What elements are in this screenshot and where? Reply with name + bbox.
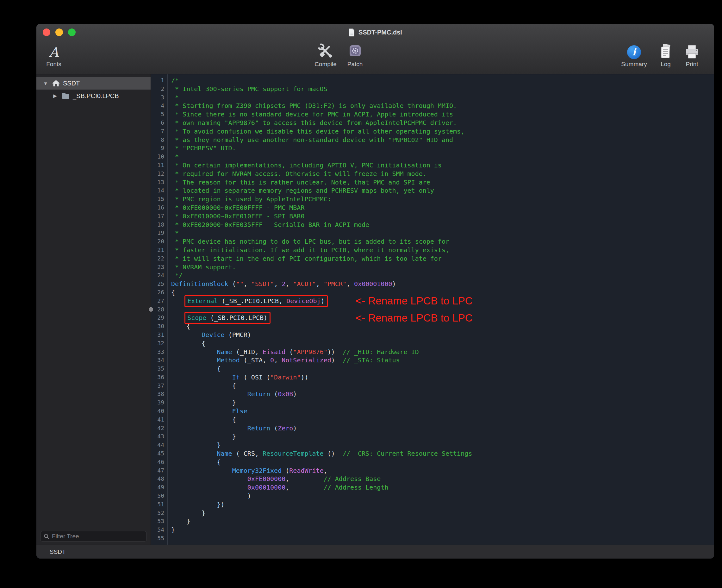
- line-number: 51: [151, 500, 167, 509]
- close-button[interactable]: [43, 28, 50, 36]
- patch-button[interactable]: Patch: [338, 42, 373, 68]
- code-line[interactable]: 36 If (_OSI ("Darwin")): [151, 373, 714, 382]
- code-line[interactable]: 27 External (_SB_.PCI0.LPCB, DeviceObj)<…: [151, 297, 714, 306]
- code-line-content: * 0xFE020000~0xFE035FFF - SerialIo BAR i…: [167, 220, 714, 229]
- code-line[interactable]: 43 }: [151, 432, 714, 441]
- line-number: 44: [151, 441, 167, 449]
- code-line[interactable]: 24 */: [151, 271, 714, 280]
- code-line[interactable]: 20 * PMC device has nothing to do to LPC…: [151, 237, 714, 246]
- line-number: 46: [151, 458, 167, 466]
- code-line[interactable]: 6 * own naming "APP9876" to access this …: [151, 119, 714, 127]
- code-line-content: * own naming "APP9876" to access this de…: [167, 119, 714, 127]
- code-line[interactable]: 31 Device (PMCR): [151, 331, 714, 339]
- code-line-content: Device (PMCR): [167, 331, 714, 339]
- folder-icon: [61, 92, 70, 99]
- code-line-content: {: [167, 458, 714, 466]
- code-line[interactable]: 2 * Intel 300-series PMC support for mac…: [151, 85, 714, 93]
- code-line[interactable]: 17 * 0xFE010000~0xFE010FFF - SPI BAR0: [151, 212, 714, 220]
- code-line[interactable]: 10 *: [151, 152, 714, 161]
- line-number: 45: [151, 449, 167, 458]
- code-line[interactable]: 44 }: [151, 441, 714, 449]
- code-line[interactable]: 16 * 0xFE000000~0xFE00FFFF - PMC MBAR: [151, 204, 714, 212]
- summary-button[interactable]: i Summary: [617, 42, 652, 68]
- splitter-handle[interactable]: [149, 307, 153, 312]
- code-line[interactable]: 37 {: [151, 382, 714, 390]
- line-number: 8: [151, 136, 167, 144]
- traffic-lights: [43, 24, 76, 41]
- code-line[interactable]: 46 {: [151, 458, 714, 466]
- code-line[interactable]: 12 * required for NVRAM access. Otherwis…: [151, 170, 714, 178]
- code-line[interactable]: 1/*: [151, 76, 714, 85]
- code-line[interactable]: 15 * PMC region is used by AppleIntelPCH…: [151, 195, 714, 204]
- code-line[interactable]: 7 * To avoid confusion we disable this d…: [151, 127, 714, 136]
- code-line-content: }: [167, 441, 714, 449]
- code-line[interactable]: 45 Name (_CRS, ResourceTemplate () // _C…: [151, 449, 714, 458]
- code-line[interactable]: 53 }: [151, 517, 714, 526]
- code-line-content: 0xFE000000, // Address Base: [167, 475, 714, 483]
- code-line-content: DefinitionBlock ("", "SSDT", 2, "ACDT", …: [167, 280, 714, 288]
- code-line[interactable]: 49 0x00010000, // Address Length: [151, 483, 714, 492]
- line-number: 24: [151, 271, 167, 280]
- document-icon: [348, 28, 355, 37]
- line-number: 6: [151, 119, 167, 127]
- code-line[interactable]: 52 }: [151, 509, 714, 518]
- code-line[interactable]: 29 Scope (_SB.PCI0.LPCB)<- Rename LPCB t…: [151, 314, 714, 322]
- code-line[interactable]: 25DefinitionBlock ("", "SSDT", 2, "ACDT"…: [151, 280, 714, 288]
- fonts-button[interactable]: A Fonts: [36, 42, 71, 68]
- code-line[interactable]: 34 Method (_STA, 0, NotSerialized) // _S…: [151, 356, 714, 364]
- code-line[interactable]: 22 * it will start in the end of PCI con…: [151, 254, 714, 263]
- code-line[interactable]: 14 * located in separate memory regions …: [151, 186, 714, 195]
- code-line-content: }: [167, 509, 714, 518]
- fonts-icon: A: [49, 42, 59, 59]
- code-line[interactable]: 21 * faster initialisation. If we add it…: [151, 246, 714, 254]
- code-line[interactable]: 51 }): [151, 500, 714, 509]
- compile-tools-icon: [317, 42, 334, 59]
- line-number: 15: [151, 195, 167, 204]
- code-line[interactable]: 9 * "PCHRESV" UID.: [151, 144, 714, 152]
- code-editor[interactable]: 1/*2 * Intel 300-series PMC support for …: [151, 75, 714, 545]
- code-line[interactable]: 42 Return (Zero): [151, 424, 714, 433]
- fonts-label: Fonts: [46, 61, 61, 68]
- code-line[interactable]: 5 * Since there is no standard device fo…: [151, 110, 714, 119]
- code-line[interactable]: 30 {: [151, 322, 714, 331]
- disclosure-down-icon[interactable]: ▼: [42, 81, 49, 86]
- patch-label: Patch: [347, 61, 363, 68]
- filter-tree-input[interactable]: [52, 533, 143, 540]
- code-line[interactable]: 32 {: [151, 339, 714, 348]
- code-line[interactable]: 3 *: [151, 93, 714, 102]
- titlebar: SSDT-PMC.dsl: [36, 24, 714, 41]
- filter-field[interactable]: [40, 531, 147, 542]
- code-line[interactable]: 4 * Starting from Z390 chipsets PMC (D31…: [151, 102, 714, 110]
- minimize-button[interactable]: [55, 28, 63, 36]
- code-line[interactable]: 55: [151, 534, 714, 543]
- code-line[interactable]: 11 * On certain implementations, includi…: [151, 161, 714, 170]
- code-line[interactable]: 8 * as they normally use another non-sta…: [151, 136, 714, 144]
- code-line[interactable]: 40 Else: [151, 407, 714, 416]
- code-line[interactable]: 54}: [151, 526, 714, 534]
- line-number: 33: [151, 348, 167, 356]
- code-line[interactable]: 13 * The reason for this is rather uncle…: [151, 178, 714, 187]
- line-number: 14: [151, 186, 167, 195]
- code-line-content: }: [167, 517, 714, 526]
- code-line[interactable]: 47 Memory32Fixed (ReadWrite,: [151, 466, 714, 475]
- code-line[interactable]: 35 {: [151, 364, 714, 373]
- code-line[interactable]: 18 * 0xFE020000~0xFE035FFF - SerialIo BA…: [151, 220, 714, 229]
- code-line[interactable]: 19 *: [151, 229, 714, 237]
- code-line[interactable]: 48 0xFE000000, // Address Base: [151, 475, 714, 483]
- line-number: 16: [151, 204, 167, 212]
- code-line-content: * faster initialisation. If we add it to…: [167, 246, 714, 254]
- code-line-content: Method (_STA, 0, NotSerialized) // _STA:…: [167, 356, 714, 364]
- print-button[interactable]: Print: [675, 42, 709, 68]
- tree-item-ssdt[interactable]: ▼ SSDT: [36, 77, 151, 89]
- code-line[interactable]: 23 * NVRAM support.: [151, 263, 714, 272]
- code-line[interactable]: 39 }: [151, 398, 714, 407]
- code-line[interactable]: 50 ): [151, 492, 714, 500]
- code-line-content: Return (0x0B): [167, 390, 714, 398]
- line-number: 19: [151, 229, 167, 237]
- code-line[interactable]: 33 Name (_HID, EisaId ("APP9876")) // _H…: [151, 348, 714, 356]
- disclosure-right-icon[interactable]: ▶: [51, 93, 59, 99]
- zoom-button[interactable]: [68, 28, 76, 36]
- tree-item-sb-pci0-lpcb[interactable]: ▶ _SB.PCI0.LPCB: [36, 89, 151, 102]
- code-line[interactable]: 41 {: [151, 416, 714, 424]
- code-line[interactable]: 38 Return (0x0B): [151, 390, 714, 398]
